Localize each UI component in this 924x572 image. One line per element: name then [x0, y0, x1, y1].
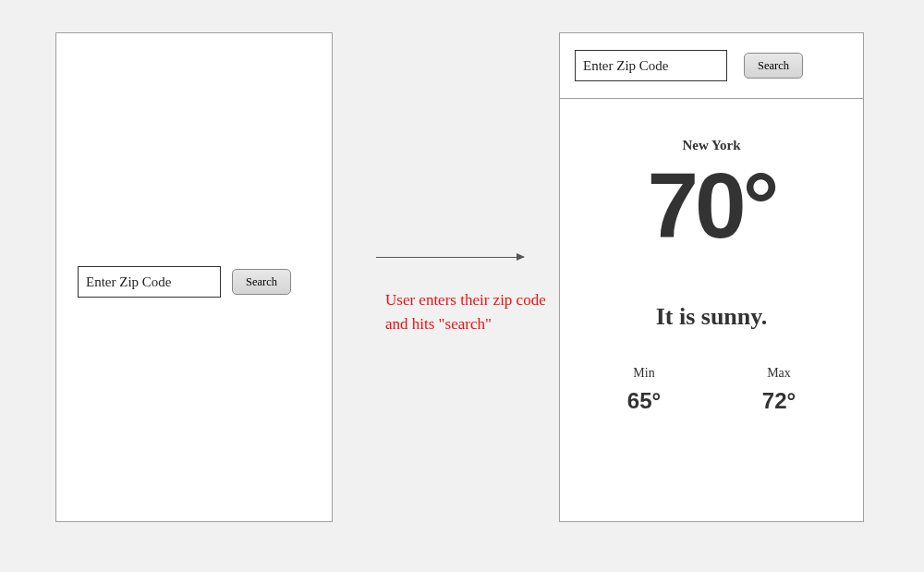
max-value: 72°	[762, 388, 796, 414]
screen-initial: Search	[55, 32, 333, 522]
max-label: Max	[762, 366, 796, 381]
min-value: 65°	[627, 388, 661, 414]
result-panel: New York 70° It is sunny. Min 65° Max 72…	[560, 99, 863, 414]
zip-code-input[interactable]	[575, 50, 727, 81]
screen-result: Search New York 70° It is sunny. Min 65°…	[559, 32, 864, 522]
zip-code-input[interactable]	[78, 266, 221, 298]
search-header: Search	[560, 33, 863, 99]
min-label: Min	[627, 366, 661, 381]
condition-text: It is sunny.	[577, 303, 846, 331]
flow-arrow-icon	[376, 257, 524, 258]
minmax-row: Min 65° Max 72°	[577, 366, 846, 414]
min-block: Min 65°	[627, 366, 661, 414]
flow-annotation: User enters their zip code and hits "sea…	[385, 288, 547, 335]
max-block: Max 72°	[762, 366, 796, 414]
search-row: Search	[78, 266, 312, 298]
search-button[interactable]: Search	[744, 53, 803, 79]
temperature-main: 70°	[577, 159, 846, 251]
city-label: New York	[577, 138, 846, 153]
search-button[interactable]: Search	[232, 269, 291, 295]
